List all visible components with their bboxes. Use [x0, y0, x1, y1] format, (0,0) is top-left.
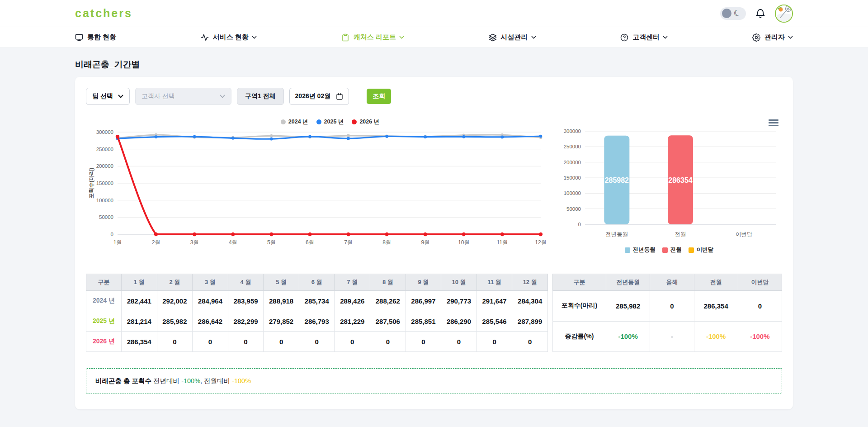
legend-dot: [316, 119, 321, 124]
column-header: 5 월: [264, 274, 299, 291]
nav-item-facility[interactable]: 시설관리: [489, 33, 536, 42]
nav-label: 서비스 현황: [213, 33, 249, 42]
column-header: 4 월: [228, 274, 264, 291]
svg-text:8월: 8월: [382, 239, 391, 246]
brand-logo[interactable]: catchers: [75, 7, 132, 20]
legend-item[interactable]: 전월: [662, 246, 682, 254]
user-avatar[interactable]: [775, 5, 793, 23]
nav-item-service-status[interactable]: 서비스 현황: [201, 33, 257, 42]
note-label-prev-month: 전월대비: [204, 377, 232, 384]
svg-text:4월: 4월: [229, 239, 237, 246]
svg-text:포획수(마리): 포획수(마리): [88, 168, 94, 199]
svg-text:50000: 50000: [99, 214, 113, 220]
table-cell: 281,229: [335, 311, 370, 332]
table-cell: -100%: [606, 321, 650, 352]
filter-bar: 팀 선택 고객사 선택 구역1 전체 2026년 02월 조회: [86, 88, 782, 105]
monthly-table: 구분1 월2 월3 월4 월5 월6 월7 월8 월9 월10 월11 월12 …: [86, 274, 548, 352]
table-cell: 283,959: [228, 291, 264, 311]
svg-text:200000: 200000: [96, 163, 113, 169]
svg-text:50000: 50000: [566, 206, 581, 212]
legend-item[interactable]: 2026 년: [352, 118, 379, 126]
bar-chart-panel: 0500001000001500002000002500003000002859…: [556, 117, 782, 254]
legend-item[interactable]: 2025 년: [316, 118, 344, 126]
chart-menu-icon[interactable]: [769, 119, 778, 126]
svg-text:11월: 11월: [497, 239, 508, 246]
svg-text:300000: 300000: [96, 129, 113, 135]
zone-selector[interactable]: 구역1 전체: [237, 88, 284, 105]
svg-text:3월: 3월: [190, 239, 199, 246]
legend-label: 2025 년: [324, 118, 344, 126]
table-cell: 0: [738, 291, 782, 322]
table-cell: 0: [299, 332, 335, 352]
legend-label: 전월: [670, 246, 682, 254]
column-header: 6 월: [299, 274, 335, 291]
search-button[interactable]: 조회: [367, 89, 391, 104]
date-value: 2026년 02월: [295, 92, 331, 100]
column-header: 올해: [650, 274, 694, 291]
bar-chart-legend: 전년동월전월이번달: [556, 246, 782, 254]
row-label: 2024 년: [86, 291, 122, 311]
nav-label: 통합 현황: [87, 33, 116, 42]
svg-text:285982: 285982: [605, 176, 629, 184]
monitor-icon: [75, 33, 83, 42]
table-cell: 285,982: [606, 291, 650, 322]
table-cell: 0: [335, 332, 370, 352]
legend-swatch: [689, 247, 694, 253]
line-chart-panel: 2024 년2025 년2026 년 050000100000150000200…: [86, 117, 547, 250]
svg-text:200000: 200000: [564, 160, 581, 165]
team-select[interactable]: 팀 선택: [86, 88, 130, 105]
table-cell: -100%: [694, 321, 738, 352]
nav-item-dashboard[interactable]: 통합 현황: [75, 33, 116, 42]
nav-label: 고객센터: [632, 33, 660, 42]
summary-note: 비래곤충 총 포획수 전년대비 -100%, 전월대비 -100%: [86, 368, 782, 394]
table-cell: 282,299: [228, 311, 264, 332]
notification-bell-icon[interactable]: [755, 8, 766, 19]
legend-swatch: [662, 247, 668, 253]
moon-icon: ☾: [733, 9, 742, 18]
chevron-down-icon: [399, 36, 404, 39]
date-picker[interactable]: 2026년 02월: [289, 88, 349, 105]
theme-toggle[interactable]: ☾: [720, 7, 746, 20]
table-cell: 0: [370, 332, 406, 352]
table-cell: 289,426: [335, 291, 370, 311]
legend-item[interactable]: 전년동월: [625, 246, 656, 254]
zone-value: 구역1 전체: [245, 92, 276, 100]
customer-select-placeholder: 고객사 선택: [142, 92, 175, 100]
legend-item[interactable]: 2024 년: [281, 118, 308, 126]
table-row: 2025 년281,214285,982286,642282,299279,85…: [86, 311, 548, 332]
table-header-row: 구분전년동월올해전월이번달: [553, 274, 782, 291]
table-cell: 284,964: [193, 291, 228, 311]
table-cell: 286,354: [694, 291, 738, 322]
table-cell: 286,290: [441, 311, 477, 332]
table-cell: 288,262: [370, 291, 406, 311]
svg-text:0: 0: [578, 222, 581, 227]
svg-text:250000: 250000: [96, 147, 113, 152]
note-label-prev-year: 전년대비: [151, 377, 181, 384]
table-cell: 285,734: [299, 291, 335, 311]
table-cell: 287,899: [512, 311, 548, 332]
table-header-row: 구분1 월2 월3 월4 월5 월6 월7 월8 월9 월10 월11 월12 …: [86, 274, 548, 291]
legend-swatch: [625, 247, 630, 253]
clipboard-icon: [341, 33, 349, 42]
legend-item[interactable]: 이번달: [689, 246, 714, 254]
line-chart: 0500001000001500002000002500003000001월2월…: [86, 127, 547, 248]
nav-item-catchers-report[interactable]: 캐처스 리포트: [341, 33, 404, 42]
row-label: 2026 년: [86, 332, 122, 352]
svg-text:300000: 300000: [564, 128, 581, 134]
table-cell: 291,647: [476, 291, 512, 311]
table-cell: 285,546: [476, 311, 512, 332]
column-header: 8 월: [370, 274, 406, 291]
column-header: 3 월: [193, 274, 228, 291]
svg-text:1월: 1월: [113, 239, 122, 246]
gear-icon: [752, 33, 760, 42]
nav-item-support[interactable]: 고객센터: [620, 33, 668, 42]
table-cell: 286,354: [122, 332, 157, 352]
row-label: 2025 년: [86, 311, 122, 332]
customer-select[interactable]: 고객사 선택: [135, 88, 231, 105]
nav-label: 캐처스 리포트: [354, 33, 396, 42]
nav-item-admin[interactable]: 관리자: [752, 33, 793, 42]
note-separator: ,: [200, 377, 204, 384]
svg-text:286354: 286354: [668, 176, 692, 184]
nav-label: 관리자: [764, 33, 785, 42]
table-row: 포획수(마리)285,9820286,3540: [553, 291, 782, 322]
